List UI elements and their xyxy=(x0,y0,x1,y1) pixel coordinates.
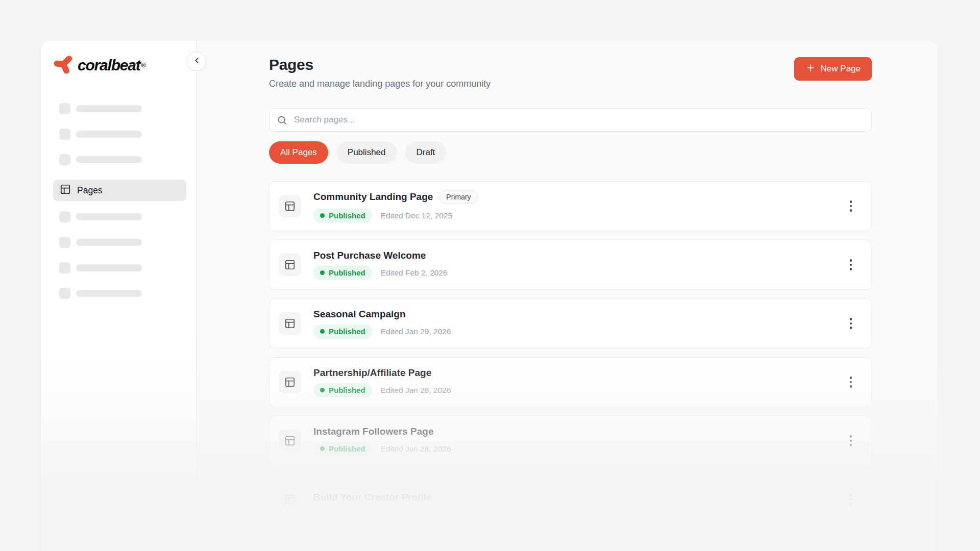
kebab-icon xyxy=(850,259,852,262)
page-actions-menu-button[interactable] xyxy=(843,490,859,509)
skeleton-label xyxy=(76,156,142,163)
search-input[interactable] xyxy=(269,108,872,132)
sidebar-skeleton-item xyxy=(53,211,184,222)
page-subtitle: Create and manage landing pages for your… xyxy=(269,79,491,89)
status-dot-icon xyxy=(320,388,325,392)
sidebar-skeleton-item xyxy=(53,237,184,248)
skeleton-label xyxy=(76,213,142,220)
main-content: Pages Create and manage landing pages fo… xyxy=(197,41,938,551)
skeleton-icon xyxy=(59,288,70,299)
search-bar xyxy=(269,108,872,132)
sidebar-skeleton-item xyxy=(53,288,184,299)
skeleton-label xyxy=(76,239,142,246)
sidebar-skeleton-item xyxy=(53,154,184,165)
status-dot-icon xyxy=(320,270,325,275)
sidebar-skeleton-item xyxy=(53,262,184,273)
brand-name: coralbeat xyxy=(78,57,140,73)
sidebar-item-label: Pages xyxy=(77,185,103,196)
chevron-left-icon xyxy=(192,56,201,66)
page-title: Post Purchase Welcome xyxy=(313,250,426,261)
skeleton-label xyxy=(76,105,142,112)
page-card[interactable]: Community Landing Page Primary Published… xyxy=(269,181,872,231)
plus-icon xyxy=(805,63,816,76)
edited-date: Edited Feb 2, 2026 xyxy=(381,268,448,278)
status-badge: Published xyxy=(313,442,372,456)
page-layout-icon xyxy=(279,371,301,393)
sidebar-skeleton-item xyxy=(53,103,184,114)
page-layout-icon xyxy=(279,312,301,335)
page-card[interactable]: Post Purchase Welcome Published Edited F… xyxy=(269,240,872,290)
sidebar-collapse-button[interactable] xyxy=(187,52,206,71)
status-badge: Published xyxy=(313,209,372,223)
page-title: Community Landing Page xyxy=(313,191,433,203)
page-actions-menu-button[interactable] xyxy=(843,373,859,391)
status-badge: Published xyxy=(313,266,372,280)
edited-date: Edited Dec 12, 2025 xyxy=(381,211,452,220)
skeleton-icon xyxy=(59,237,70,248)
page-card[interactable]: Partnership/Affiliate Page Published Edi… xyxy=(269,357,872,407)
page-actions-menu-button[interactable] xyxy=(843,314,859,333)
search-icon xyxy=(277,115,287,128)
primary-badge: Primary xyxy=(439,190,477,204)
sidebar-skeleton-item xyxy=(53,129,184,140)
kebab-icon xyxy=(850,201,852,203)
status-label: Published xyxy=(329,386,365,394)
status-dot-icon xyxy=(320,329,325,334)
sidebar-nav: Pages xyxy=(53,103,184,299)
status-dot-icon xyxy=(320,213,325,218)
page-actions-menu-button[interactable] xyxy=(843,197,859,215)
sidebar-item-pages[interactable]: Pages xyxy=(53,180,186,201)
page-card[interactable]: Seasonal Campaign Published Edited Jan 2… xyxy=(269,298,872,348)
app-panel: coralbeat® P xyxy=(41,41,938,551)
kebab-icon xyxy=(850,318,852,320)
pages-layout-icon xyxy=(60,184,71,197)
skeleton-icon xyxy=(59,129,70,140)
skeleton-label xyxy=(76,264,142,271)
edited-date: Edited Jan 28, 2026 xyxy=(381,444,451,454)
page-actions-menu-button[interactable] xyxy=(843,432,859,450)
page-layout-icon xyxy=(279,488,301,511)
status-label: Published xyxy=(329,211,365,220)
page-layout-icon xyxy=(279,195,301,217)
page-card[interactable]: Build Your Creator Profile xyxy=(269,474,872,524)
page-title: Instagram Followers Page xyxy=(313,426,433,437)
page-title: Build Your Creator Profile xyxy=(313,492,432,503)
kebab-icon xyxy=(850,494,852,496)
status-badge: Published xyxy=(313,383,372,397)
page-actions-menu-button[interactable] xyxy=(843,256,859,274)
pages-list: Community Landing Page Primary Published… xyxy=(269,181,872,524)
kebab-icon xyxy=(850,435,852,438)
coralbeat-logo-icon xyxy=(53,54,74,77)
new-page-button[interactable]: New Page xyxy=(794,57,872,81)
page-layout-icon xyxy=(279,430,301,452)
skeleton-icon xyxy=(59,211,70,222)
filter-all-pages[interactable]: All Pages xyxy=(269,141,328,164)
status-dot-icon xyxy=(320,446,325,451)
status-label: Published xyxy=(329,268,365,277)
page-card[interactable]: Instagram Followers Page Published Edite… xyxy=(269,416,872,466)
filter-chips: All Pages Published Draft xyxy=(269,141,872,164)
status-label: Published xyxy=(329,444,365,453)
skeleton-label xyxy=(76,290,142,297)
registered-mark: ® xyxy=(141,62,146,69)
filter-draft[interactable]: Draft xyxy=(405,141,447,164)
page-title: Pages xyxy=(269,56,491,73)
kebab-icon xyxy=(850,377,852,379)
new-page-button-label: New Page xyxy=(821,64,861,74)
status-label: Published xyxy=(329,327,365,336)
page-header: Pages Create and manage landing pages fo… xyxy=(269,56,872,89)
sidebar: coralbeat® P xyxy=(41,41,197,551)
skeleton-icon xyxy=(59,154,70,165)
status-badge: Published xyxy=(313,324,372,339)
page-title: Partnership/Affiliate Page xyxy=(313,367,431,379)
coralbeat-logo[interactable]: coralbeat® xyxy=(53,54,184,77)
page-layout-icon xyxy=(279,254,301,276)
skeleton-icon xyxy=(59,262,70,273)
filter-published[interactable]: Published xyxy=(336,141,397,164)
page-title: Seasonal Campaign xyxy=(313,309,406,320)
edited-date: Edited Jan 29, 2026 xyxy=(381,327,451,336)
skeleton-label xyxy=(76,131,142,138)
skeleton-icon xyxy=(59,103,70,114)
edited-date: Edited Jan 28, 2026 xyxy=(381,386,451,395)
